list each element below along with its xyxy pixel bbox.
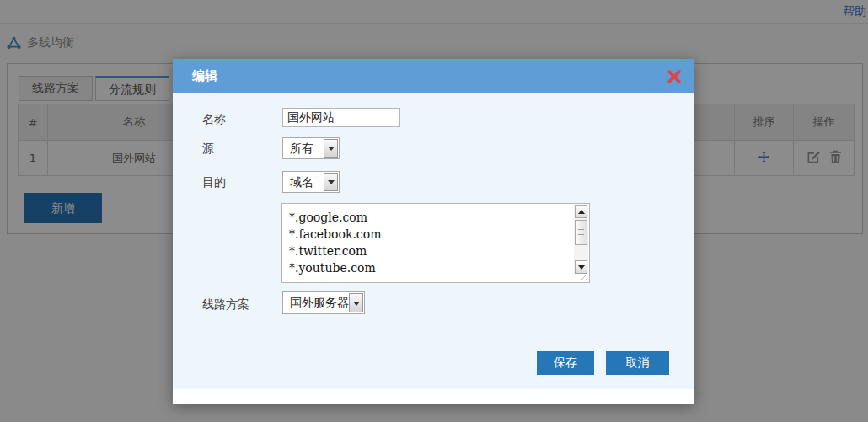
scrollbar-thumb[interactable] [575,220,587,245]
domains-textarea[interactable]: *.google.com *.facebook.com *.twitter.co… [281,203,590,283]
close-icon[interactable] [667,69,682,84]
modal-title: 编辑 [192,59,217,93]
chevron-down-icon[interactable] [324,173,338,191]
page: 帮助 多线均衡 线路方案 分流规则 # 名称 排序 [0,0,868,422]
scrollbar[interactable] [574,205,588,274]
name-label: 名称 [202,108,226,130]
modal-footer [173,389,694,404]
save-button[interactable]: 保存 [537,351,594,375]
dest-select[interactable]: 域名 [282,171,340,193]
chevron-down-icon[interactable] [324,139,338,158]
scheme-label: 线路方案 [202,293,249,315]
cancel-button[interactable]: 取消 [606,351,669,375]
edit-modal: 编辑 名称 源 所有 目的 域名 *.google.com *.facebook [173,59,694,404]
modal-header: 编辑 [173,59,694,93]
modal-body: 名称 源 所有 目的 域名 *.google.com *.facebook.co… [173,93,694,389]
source-label: 源 [202,137,214,159]
scroll-up-icon[interactable] [575,205,587,218]
domains-text: *.google.com *.facebook.com *.twitter.co… [282,204,572,282]
dest-label: 目的 [202,171,226,193]
scroll-down-icon[interactable] [575,260,587,274]
name-input[interactable] [282,108,400,127]
chevron-down-icon[interactable] [349,293,363,312]
source-select[interactable]: 所有 [282,137,340,159]
scheme-select[interactable]: 国外服务器 [282,291,365,314]
